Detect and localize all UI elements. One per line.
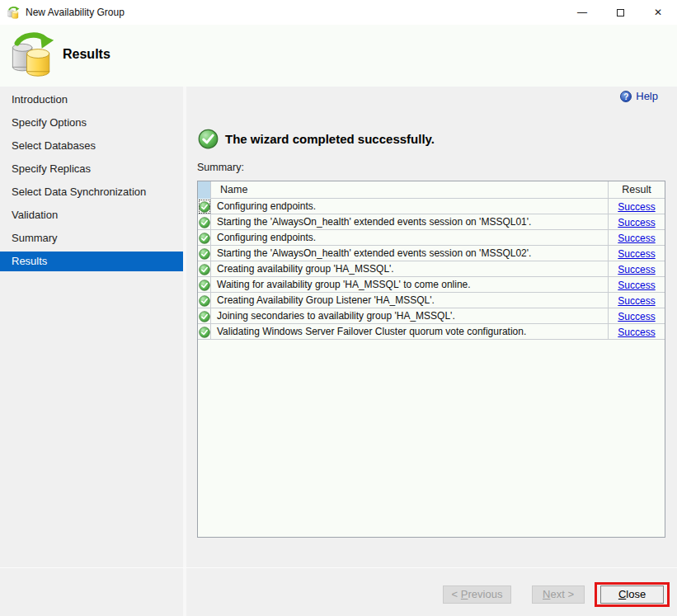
row-status-cell xyxy=(198,199,211,214)
result-link[interactable]: Success xyxy=(618,217,655,228)
result-link[interactable]: Success xyxy=(618,327,655,338)
titlebar: New Availability Group — ✕ xyxy=(0,0,677,25)
sidebar-item-select-data-synchronization[interactable]: Select Data Synchronization xyxy=(0,182,183,202)
success-check-icon xyxy=(199,327,210,338)
sidebar-item-specify-replicas[interactable]: Specify Replicas xyxy=(0,159,183,179)
wizard-header: Results xyxy=(0,25,677,87)
row-name: Starting the 'AlwaysOn_health' extended … xyxy=(211,246,609,261)
row-status-cell xyxy=(198,246,211,261)
previous-button[interactable]: < Previous xyxy=(443,585,511,604)
success-check-icon xyxy=(198,129,219,149)
icon-column-header[interactable] xyxy=(198,181,211,199)
row-status-cell xyxy=(198,214,211,230)
table-row: Creating availability group 'HA_MSSQL'. … xyxy=(198,261,665,277)
row-name: Starting the 'AlwaysOn_health' extended … xyxy=(211,214,609,230)
footer-divider xyxy=(0,567,677,568)
row-status-cell xyxy=(198,324,211,340)
success-check-icon xyxy=(199,280,210,291)
table-row: Starting the 'AlwaysOn_health' extended … xyxy=(198,246,665,261)
close-button[interactable]: Close xyxy=(600,585,664,604)
table-header-row: Name Result xyxy=(198,181,665,199)
name-column-header[interactable]: Name xyxy=(211,181,609,199)
row-name: Validating Windows Server Failover Clust… xyxy=(211,324,609,340)
table-row: Starting the 'AlwaysOn_health' extended … xyxy=(198,214,665,230)
table-row: Configuring endpoints. Success xyxy=(198,230,665,246)
next-button[interactable]: Next > xyxy=(532,585,585,604)
table-row: Creating Availability Group Listener 'HA… xyxy=(198,293,665,308)
row-name: Creating Availability Group Listener 'HA… xyxy=(211,293,609,308)
status-message: The wizard completed successfully. xyxy=(225,132,435,146)
row-status-cell xyxy=(198,293,211,308)
result-link[interactable]: Success xyxy=(618,248,655,260)
close-icon: ✕ xyxy=(654,7,662,18)
row-status-cell xyxy=(198,277,211,293)
table-row: Configuring endpoints. Success xyxy=(198,199,665,214)
success-check-icon xyxy=(199,311,210,322)
sidebar-item-specify-options[interactable]: Specify Options xyxy=(0,113,183,133)
window-title: New Availability Group xyxy=(26,7,125,18)
help-icon: ? xyxy=(620,91,632,102)
sidebar-item-validation[interactable]: Validation xyxy=(0,205,183,225)
wizard-status: The wizard completed successfully. xyxy=(198,129,435,149)
new-availability-group-window: New Availability Group — ✕ Results Intro… xyxy=(0,0,677,616)
row-name: Configuring endpoints. xyxy=(211,230,609,246)
table-row: Waiting for availability group 'HA_MSSQL… xyxy=(198,277,665,293)
database-sync-icon xyxy=(7,30,55,78)
row-name: Configuring endpoints. xyxy=(211,199,609,214)
summary-label: Summary: xyxy=(197,162,244,173)
wizard-steps-sidebar: Introduction Specify Options Select Data… xyxy=(0,87,183,616)
help-link[interactable]: ? Help xyxy=(620,90,658,102)
row-name: Waiting for availability group 'HA_MSSQL… xyxy=(211,277,609,293)
success-check-icon xyxy=(199,264,210,275)
sidebar-item-select-databases[interactable]: Select Databases xyxy=(0,136,183,156)
row-name: Joining secondaries to availability grou… xyxy=(211,308,609,324)
sidebar-item-summary[interactable]: Summary xyxy=(0,228,183,248)
row-status-cell xyxy=(198,261,211,277)
summary-results-table: Name Result Configuring endpoints. Succe… xyxy=(197,181,665,538)
sidebar-divider xyxy=(183,87,186,616)
maximize-button[interactable] xyxy=(601,0,639,25)
table-row: Joining secondaries to availability grou… xyxy=(198,308,665,324)
close-window-button[interactable]: ✕ xyxy=(639,0,677,25)
help-label: Help xyxy=(636,90,658,102)
app-database-sync-icon xyxy=(7,6,20,19)
result-link[interactable]: Success xyxy=(618,295,655,307)
result-link[interactable]: Success xyxy=(618,311,655,322)
table-row: Validating Windows Server Failover Clust… xyxy=(198,324,665,340)
success-check-icon xyxy=(199,217,210,228)
success-check-icon xyxy=(199,295,210,307)
row-name: Creating availability group 'HA_MSSQL'. xyxy=(211,261,609,277)
maximize-icon xyxy=(617,9,624,16)
sidebar-item-results[interactable]: Results xyxy=(0,252,183,271)
minimize-icon: — xyxy=(577,7,587,18)
result-column-header[interactable]: Result xyxy=(609,181,665,199)
page-title: Results xyxy=(63,47,110,62)
result-link[interactable]: Success xyxy=(618,280,655,291)
success-check-icon xyxy=(199,248,210,260)
result-link[interactable]: Success xyxy=(618,264,655,275)
result-link[interactable]: Success xyxy=(618,201,655,213)
success-check-icon xyxy=(199,233,210,244)
sidebar-item-introduction[interactable]: Introduction xyxy=(0,90,183,110)
success-check-icon xyxy=(199,201,210,213)
row-status-cell xyxy=(198,308,211,324)
row-status-cell xyxy=(198,230,211,246)
minimize-button[interactable]: — xyxy=(563,0,601,25)
result-link[interactable]: Success xyxy=(618,233,655,244)
